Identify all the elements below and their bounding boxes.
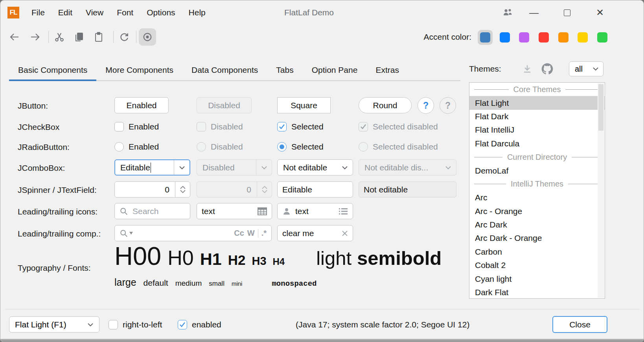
forward-button[interactable]	[26, 28, 44, 46]
theme-item-arc[interactable]: Arc	[469, 191, 605, 204]
radio-enabled[interactable]: Enabled	[114, 142, 159, 152]
accent-swatch-default[interactable]	[478, 30, 493, 45]
combobox-not-editable[interactable]: Not editable	[277, 159, 353, 176]
theme-item-arc-dark[interactable]: Arc Dark	[469, 218, 605, 231]
regex-button[interactable]: .*	[261, 229, 267, 238]
users-button[interactable]	[499, 0, 517, 25]
accent-swatch-color	[539, 32, 549, 43]
menu-file[interactable]: File	[25, 0, 52, 25]
tab-extras[interactable]: Extras	[366, 59, 408, 80]
theme-item-flat-dark[interactable]: Flat Dark	[469, 110, 605, 123]
spinner[interactable]: 0	[114, 181, 190, 198]
minimize-button[interactable]: —	[525, 0, 543, 25]
combobox-editable[interactable]: Editable	[114, 159, 190, 176]
eye-dot-icon	[142, 32, 153, 42]
theme-item-flat-intellij[interactable]: Flat IntelliJ	[469, 123, 605, 137]
tab-tabs[interactable]: Tabs	[267, 59, 302, 80]
menu-font[interactable]: Font	[110, 0, 140, 25]
themes-filter-combobox[interactable]: all	[569, 61, 604, 76]
paste-button[interactable]	[90, 28, 107, 46]
clearable-field[interactable]: clear me	[277, 225, 353, 241]
radio-selected[interactable]: Selected	[277, 142, 324, 152]
help-button-gray[interactable]: ?	[440, 97, 456, 114]
jspinner-row-label: JSpinner / JTextField:	[18, 185, 97, 195]
accent-swatch-red[interactable]	[536, 30, 551, 45]
combobox-value: Editable	[120, 163, 150, 172]
theme-item-cyan-light[interactable]: Cyan light	[469, 272, 605, 285]
show-hidden-toggle-button[interactable]	[139, 28, 156, 46]
chevron-down-icon[interactable]	[174, 160, 190, 175]
theme-item-arc-orange[interactable]: Arc - Orange	[469, 205, 605, 218]
large-font-sample: large	[114, 277, 136, 288]
github-link-button[interactable]	[541, 63, 553, 75]
search-field[interactable]: Search	[114, 203, 190, 219]
help-button-blue[interactable]: ?	[418, 97, 434, 114]
theme-item-carbon[interactable]: Carbon	[469, 245, 605, 259]
chevron-down-icon	[256, 160, 272, 175]
accent-swatch-orange[interactable]	[556, 30, 571, 45]
tab-option-pane[interactable]: Option Pane	[303, 59, 367, 80]
accent-swatch-color	[578, 32, 588, 43]
accent-swatch-purple[interactable]	[517, 30, 532, 45]
textfield-editable[interactable]: Editable	[277, 181, 353, 198]
cut-button[interactable]	[51, 28, 68, 46]
title-bar: FL File Edit View Font Options Help Flat…	[0, 0, 644, 25]
right-to-left-checkbox[interactable]: right-to-left	[109, 320, 162, 329]
match-case-button[interactable]: Cc	[234, 229, 244, 238]
menu-view[interactable]: View	[79, 0, 110, 25]
maximize-button[interactable]	[558, 0, 576, 25]
round-button[interactable]: Round	[359, 97, 412, 113]
checkbox-selected[interactable]: Selected	[277, 122, 324, 131]
statusbar-divider	[5, 309, 640, 309]
h4-sample: H4	[273, 256, 285, 267]
text-field-person-list[interactable]: text	[277, 203, 353, 219]
laf-selector-combobox[interactable]: Flat Light (F1)	[9, 316, 99, 333]
theme-item-dark-flat[interactable]: Dark Flat	[469, 286, 605, 299]
themes-label: Themes:	[469, 64, 501, 74]
search-with-options-field[interactable]: Cc W .*	[114, 225, 272, 241]
back-button[interactable]	[6, 28, 23, 46]
menu-help[interactable]: Help	[182, 0, 212, 25]
enabled-button[interactable]: Enabled	[114, 97, 169, 113]
tab-more-components[interactable]: More Components	[96, 59, 182, 80]
accent-swatch-yellow[interactable]	[575, 30, 590, 45]
theme-item-arc-dark-orange[interactable]: Arc Dark - Orange	[469, 231, 605, 245]
clear-icon[interactable]	[342, 230, 348, 237]
theme-item-cobalt-2[interactable]: Cobalt 2	[469, 259, 605, 272]
download-themes-button[interactable]	[522, 63, 533, 74]
back-arrow-icon	[9, 32, 20, 42]
menu-edit[interactable]: Edit	[52, 0, 79, 25]
accent-swatch-green[interactable]	[595, 30, 610, 45]
square-button[interactable]: Square	[277, 97, 331, 113]
whole-word-button[interactable]: W	[247, 229, 255, 238]
theme-item-flat-darcula[interactable]: Flat Darcula	[469, 137, 605, 150]
copy-icon	[74, 32, 84, 42]
person-icon	[282, 207, 291, 216]
close-button[interactable]: Close	[552, 316, 607, 333]
themes-scrollbar[interactable]	[598, 83, 604, 298]
theme-item-demolaf[interactable]: DemoLaf	[469, 164, 605, 177]
radio-icon	[114, 142, 124, 152]
chevron-down-icon	[82, 322, 99, 327]
spinner-arrows[interactable]	[175, 182, 190, 197]
copy-button[interactable]	[70, 28, 88, 46]
tab-basic-components[interactable]: Basic Components	[9, 59, 96, 80]
text-field-table-icon[interactable]: text	[197, 203, 272, 219]
menu-options[interactable]: Options	[140, 0, 182, 25]
scrollbar-thumb[interactable]	[598, 84, 604, 131]
default-font-sample: default	[144, 278, 168, 288]
radio-label: Selected disabled	[373, 142, 438, 152]
jradiobutton-row-label: JRadioButton:	[18, 142, 70, 152]
accent-swatch-blue[interactable]	[497, 30, 512, 45]
tab-data-components[interactable]: Data Components	[182, 59, 267, 80]
checkbox-enabled[interactable]: Enabled	[114, 122, 159, 131]
search-dropdown-icon[interactable]	[120, 229, 133, 238]
monospaced-font-sample: monospaced	[272, 279, 316, 288]
window-close-button[interactable]: ✕	[591, 0, 609, 25]
enabled-checkbox[interactable]: enabled	[178, 320, 221, 329]
refresh-button[interactable]	[116, 28, 133, 46]
theme-separator: Current Directory	[469, 150, 605, 164]
themes-filter-value: all	[575, 65, 583, 74]
chevron-down-icon[interactable]	[337, 160, 353, 175]
theme-item-flat-light[interactable]: Flat Light	[469, 96, 605, 109]
